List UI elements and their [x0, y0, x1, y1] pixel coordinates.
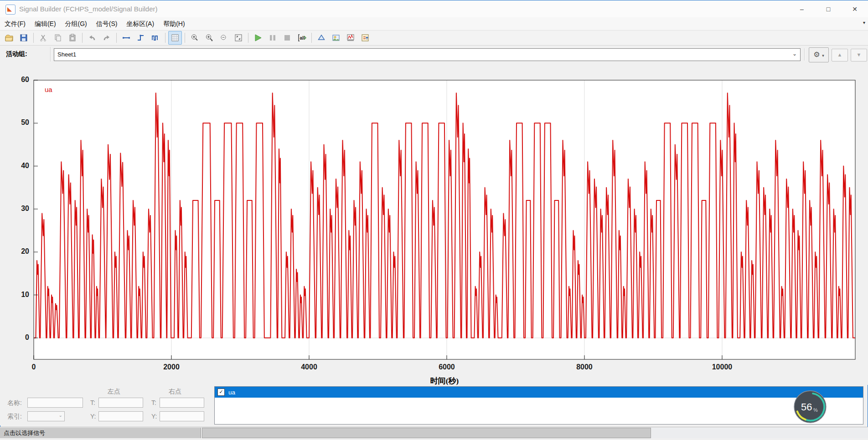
x-tick-label: 0 [16, 363, 52, 371]
menu-item-help[interactable]: 帮助(H) [159, 17, 189, 30]
active-group-label: 活动组: [6, 50, 27, 58]
undo-button[interactable] [85, 31, 99, 45]
toolbar-separator [33, 33, 34, 43]
open-button[interactable] [2, 31, 16, 45]
x-axis-label: 时间(秒) [399, 376, 490, 386]
output-all-button[interactable]: all [295, 31, 309, 45]
toolbar-separator [248, 33, 248, 43]
minimize-button[interactable]: – [789, 0, 815, 18]
percent-unit-text: % [813, 407, 818, 413]
menu-item-signal[interactable]: 信号(S) [92, 17, 122, 30]
signal-plot-canvas[interactable] [0, 64, 868, 385]
toolbar-separator [116, 33, 117, 43]
toolbar: all [0, 30, 868, 46]
group-settings-button[interactable]: ⚙ ▾ [809, 47, 829, 62]
triangle-up-icon: ▲ [837, 52, 842, 57]
left-t-field[interactable] [98, 398, 143, 408]
x-tick-label: 2000 [153, 363, 190, 371]
zoom-y-button[interactable] [202, 31, 216, 45]
signal-legend-label[interactable]: ua [45, 86, 52, 93]
gear-icon: ⚙ [813, 51, 820, 58]
move-up-button[interactable]: ▲ [832, 49, 848, 61]
right-t-field[interactable] [160, 398, 204, 408]
zoom-time-button[interactable] [188, 31, 202, 45]
menu-item-edit[interactable]: 编辑(E) [30, 17, 61, 30]
pause-button[interactable] [266, 31, 279, 45]
move-down-button[interactable]: ▼ [851, 49, 867, 61]
save-icon [19, 33, 28, 42]
run-button[interactable] [251, 31, 265, 45]
redo-button[interactable] [100, 31, 114, 45]
title-bar: ◣ Signal Builder (FCHPS_model/Signal Bui… [0, 0, 868, 18]
group-row-separator [804, 48, 805, 61]
draw-impulse-icon [151, 33, 160, 42]
paste-button[interactable] [66, 31, 79, 45]
toolbar-separator [311, 33, 312, 43]
menu-overflow-icon[interactable]: ▾ [863, 20, 865, 25]
draw-step-button[interactable] [134, 31, 148, 45]
simulink-export-icon [361, 33, 370, 42]
cut-button[interactable] [36, 31, 50, 45]
chevron-down-icon: ⌄ [59, 413, 62, 418]
chevron-down-icon[interactable]: ⌄ [792, 51, 797, 57]
active-group-row: 活动组: Sheet1 ⌄ ⚙ ▾ ▲ ▼ [0, 46, 868, 64]
horizontal-scrollbar-track[interactable] [651, 428, 868, 438]
draw-impulse-button[interactable] [149, 31, 162, 45]
copy-button[interactable] [51, 31, 65, 45]
menu-item-group[interactable]: 分组(G) [61, 17, 92, 30]
index-select[interactable]: ⌄ [27, 411, 65, 421]
triangle-down-icon: ▼ [857, 52, 862, 57]
checkbox-checked-icon[interactable]: ✓ [217, 389, 225, 396]
status-bar: 点击以选择信号 [0, 427, 868, 439]
x-tick-label: 4000 [291, 363, 327, 371]
toolbar-separator [185, 33, 185, 43]
x-tick-label: 8000 [566, 363, 603, 371]
percent-ring-icon: 56 % [793, 390, 827, 424]
name-field[interactable] [27, 398, 83, 408]
right-y-field[interactable] [160, 411, 204, 421]
active-group-combobox[interactable]: Sheet1 ⌄ [54, 48, 801, 61]
export-button[interactable] [358, 31, 372, 45]
open-folder-icon [5, 33, 14, 42]
horizontal-scrollbar-thumb[interactable] [202, 428, 651, 438]
caret-down-icon: ▾ [822, 53, 824, 58]
redo-icon [102, 33, 111, 42]
maximize-button[interactable]: □ [815, 0, 842, 18]
signal-item-label: ua [228, 389, 235, 396]
menu-item-axes[interactable]: 坐标区(A) [122, 17, 159, 30]
save-button[interactable] [17, 31, 31, 45]
left-y-field[interactable] [98, 411, 143, 421]
stop-icon [283, 33, 292, 42]
fit-view-button[interactable] [232, 31, 245, 45]
x-tick-label: 6000 [429, 363, 465, 371]
scope-icon [346, 33, 355, 42]
left-t-label: T: [90, 399, 95, 406]
signal-plot-region[interactable]: 01020304050600200040006000800010000 ua 时… [0, 64, 868, 385]
percent-value-text: 56 [801, 401, 812, 413]
scope-button[interactable] [344, 31, 357, 45]
draw-step-icon [136, 33, 145, 42]
paste-icon [68, 33, 77, 42]
right-y-label: Y: [151, 413, 157, 420]
active-group-value: Sheet1 [57, 51, 76, 58]
signal-list[interactable]: ✓ ua [214, 386, 863, 425]
fit-view-icon [234, 33, 243, 42]
signal-list-item-ua[interactable]: ✓ ua [215, 387, 863, 398]
stop-button[interactable] [280, 31, 294, 45]
menu-item-file[interactable]: 文件(F) [0, 17, 30, 30]
up-level-button[interactable] [315, 31, 328, 45]
run-icon [253, 33, 263, 42]
matlab-logo-icon: ◣ [5, 5, 16, 15]
zoom-out-button[interactable] [217, 31, 231, 45]
toolbar-separator [165, 33, 165, 43]
right-t-label: T: [151, 399, 156, 406]
draw-line-button[interactable] [119, 31, 133, 45]
close-button[interactable]: ✕ [842, 0, 868, 18]
active-group-label-cell: 活动组: [2, 47, 51, 61]
pause-icon [268, 33, 277, 42]
picture-icon [331, 33, 341, 42]
snapshot-button[interactable] [329, 31, 343, 45]
grid-toggle-button[interactable] [168, 31, 182, 45]
x-tick-label: 10000 [704, 363, 740, 371]
up-arrow-icon [317, 33, 326, 42]
